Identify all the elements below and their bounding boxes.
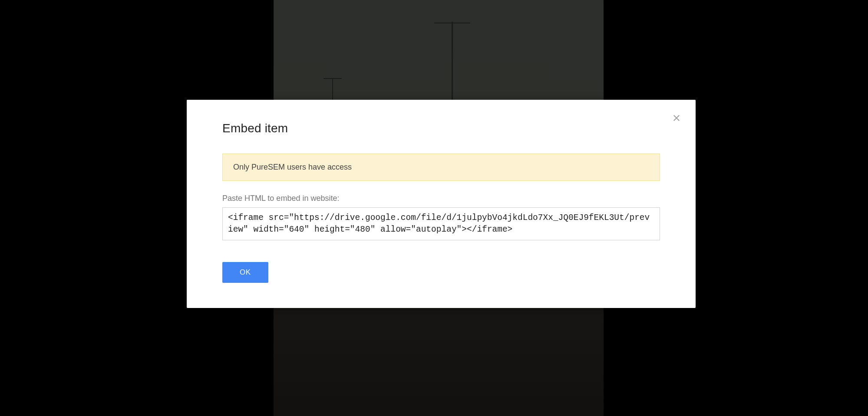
modal-overlay: Embed item Only PureSEM users have acces… xyxy=(0,0,868,416)
access-warning-banner: Only PureSEM users have access xyxy=(222,154,660,181)
close-icon xyxy=(671,113,682,123)
embed-item-modal: Embed item Only PureSEM users have acces… xyxy=(187,100,696,308)
paste-html-label: Paste HTML to embed in website: xyxy=(222,194,660,203)
ok-button[interactable]: OK xyxy=(222,262,268,283)
close-button[interactable] xyxy=(670,112,683,124)
modal-title: Embed item xyxy=(222,121,660,135)
embed-code-textarea[interactable]: <iframe src="https://drive.google.com/fi… xyxy=(222,207,660,240)
